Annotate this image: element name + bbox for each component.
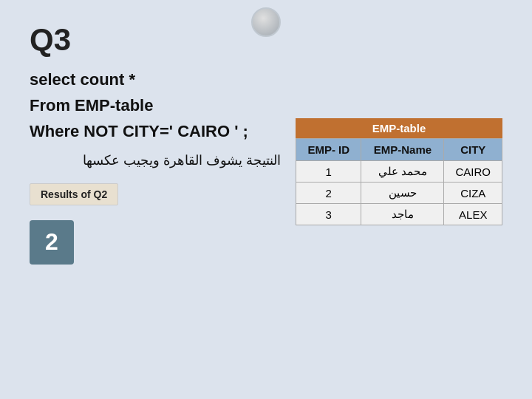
table-row: 3ماجدALEX [296,204,502,225]
col-header-id: EMP- ID [296,139,361,161]
code-block: select count * From EMP-table Where NOT … [30,66,281,145]
cell-id: 1 [296,161,361,183]
table-row: 2حسينCIZA [296,183,502,204]
decorative-circle [251,7,281,37]
arabic-description: النتيجة يشوف القاهرة ويجيب عكسها [30,152,281,168]
code-line-3: Where NOT CITY=' CAIRO ' ; [30,118,281,144]
cell-city: CIZA [444,183,502,204]
cell-city: ALEX [444,204,502,225]
emp-table: EMP- ID EMP-Name CITY 1محمد عليCAIRO2حسي… [296,138,502,225]
cell-name: محمد علي [361,161,444,183]
left-content: select count * From EMP-table Where NOT … [30,66,281,265]
emp-table-title: EMP-table [296,118,502,138]
cell-name: ماجد [361,204,444,225]
result-number: 2 [30,220,74,265]
code-line-1: select count * [30,66,281,92]
cell-id: 3 [296,204,361,225]
col-header-name: EMP-Name [361,139,444,161]
cell-name: حسين [361,183,444,204]
code-line-2: From EMP-table [30,92,281,118]
cell-id: 2 [296,183,361,204]
table-row: 1محمد عليCAIRO [296,161,502,183]
results-label: Results of Q2 [30,183,118,205]
emp-table-wrapper: EMP-table EMP- ID EMP-Name CITY 1محمد عل… [296,118,502,225]
col-header-city: CITY [444,139,502,161]
slide: Q3 select count * From EMP-table Where N… [0,0,532,399]
cell-city: CAIRO [444,161,502,183]
